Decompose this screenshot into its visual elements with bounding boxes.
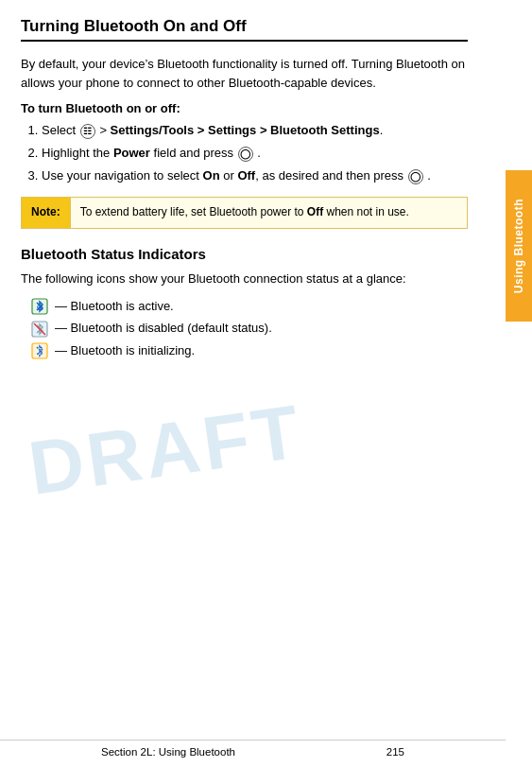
step3-end: . [427,168,431,183]
step-1: Select ☷ > Settings/Tools > Settings > B… [42,121,468,140]
status-initializing: — Bluetooth is initializing. [30,341,468,360]
bt-active-icon: ⍾ [30,297,49,316]
section2-body: The following icons show your Bluetooth … [21,270,468,288]
page-container: Using Bluetooth DRAFT Turning Bluetooth … [0,0,532,767]
footer-left: Section 2L: Using Bluetooth [101,746,235,758]
section2-heading: Bluetooth Status Indicators [21,246,468,262]
step3-text: Use your navigation to select On or Off,… [42,168,407,183]
side-tab-label: Using Bluetooth [512,199,525,293]
status-list: ⍾ — Bluetooth is active. — Bluetooth i [30,297,468,359]
section1-body: By default, your device’s Bluetooth func… [21,55,468,92]
note-text: To extend battery life, set Bluetooth po… [71,198,419,227]
side-tab: Using Bluetooth [506,170,532,322]
ok-icon-step2: ◯ [238,147,253,162]
step1-middle: > Settings/Tools > Settings > Bluetooth … [99,123,383,137]
footer: Section 2L: Using Bluetooth 215 [0,740,506,758]
status-disabled-text: — Bluetooth is disabled (default status)… [55,319,272,338]
menu-icon: ☷ [80,124,95,139]
status-disabled: — Bluetooth is disabled (default status)… [30,319,468,338]
draft-watermark: DRAFT [24,388,308,513]
main-content: Turning Bluetooth On and Off By default,… [0,0,506,380]
step2-text: Highlight the Power field and press [42,146,237,160]
step2-end: . [257,146,261,160]
step1-text: Select [42,123,79,137]
step-intro: To turn Bluetooth on or off: [21,101,468,115]
steps-list: Select ☷ > Settings/Tools > Settings > B… [42,121,468,185]
status-active: ⍾ — Bluetooth is active. [30,297,468,316]
note-label: Note: [22,198,71,227]
step-3: Use your navigation to select On or Off,… [42,166,468,185]
status-initializing-text: — Bluetooth is initializing. [55,341,195,360]
note-box: Note: To extend battery life, set Blueto… [21,197,468,228]
bt-initializing-icon [30,341,49,360]
step-2: Highlight the Power field and press ◯ . [42,144,468,163]
section1-heading: Turning Bluetooth On and Off [21,17,468,42]
footer-right: 215 [386,746,404,758]
ok-icon-step3: ◯ [408,169,423,184]
status-active-text: — Bluetooth is active. [55,297,174,316]
bt-disabled-icon [30,320,49,339]
